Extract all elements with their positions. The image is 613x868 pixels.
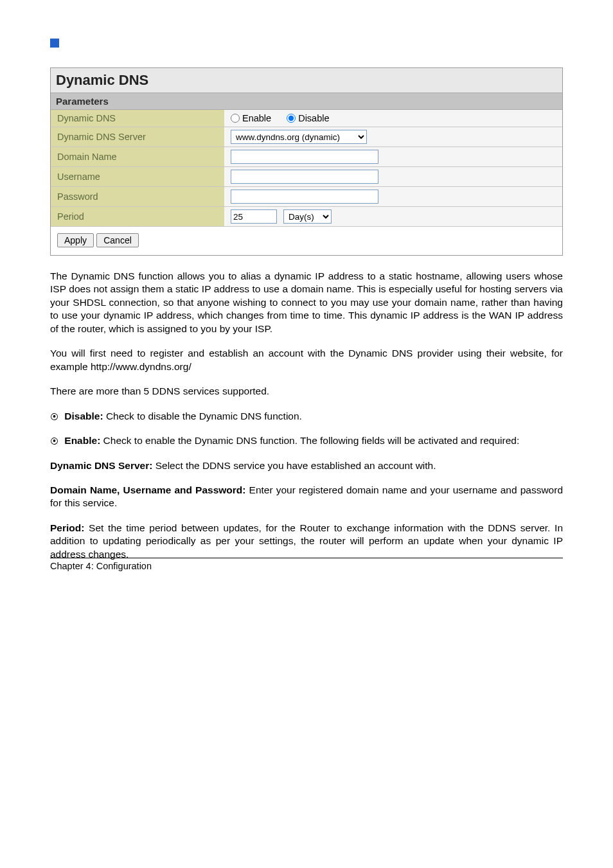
dynamic-dns-panel: Dynamic DNS Parameters Dynamic DNS Enabl… — [50, 67, 563, 256]
paragraph-register: You will first need to register and esta… — [50, 347, 563, 373]
value-server: www.dyndns.org (dynamic) — [224, 127, 562, 146]
label-domain: Domain Name — [51, 147, 224, 166]
input-password[interactable] — [231, 190, 378, 204]
value-password — [224, 187, 562, 206]
text-enable: Check to enable the Dynamic DNS function… — [103, 435, 520, 446]
value-username — [224, 167, 562, 186]
label-enable: Enable: — [64, 435, 103, 446]
cancel-button[interactable]: Cancel — [96, 233, 139, 247]
row-password: Password — [51, 187, 562, 207]
row-period: Period Day(s) — [51, 207, 562, 227]
bullet-icon: ⦿ — [50, 436, 62, 447]
input-period[interactable] — [231, 209, 277, 224]
label-username: Username — [51, 167, 224, 186]
label-credentials: Domain Name, Username and Password: — [50, 484, 249, 495]
radio-disable[interactable] — [287, 114, 296, 123]
text-period-desc: Set the time period between updates, for… — [50, 522, 563, 560]
radio-enable[interactable] — [231, 114, 240, 123]
label-server: Dynamic DNS Server — [51, 127, 224, 146]
label-password: Password — [51, 187, 224, 206]
button-row: Apply Cancel — [51, 227, 562, 255]
text-disable: Check to disable the Dynamic DNS functio… — [106, 411, 302, 421]
label-server-desc: Dynamic DNS Server: — [50, 460, 155, 471]
label-period-desc: Period: — [50, 522, 89, 533]
paragraph-credentials: Domain Name, Username and Password: Ente… — [50, 484, 563, 510]
input-username[interactable] — [231, 170, 378, 184]
page-footer: Chapter 4: Configuration — [50, 558, 563, 571]
row-dynamic-dns: Dynamic DNS Enable Disable — [51, 110, 562, 127]
section-marker — [50, 39, 59, 48]
paragraph-server: Dynamic DNS Server: Select the DDNS serv… — [50, 459, 563, 472]
row-username: Username — [51, 167, 562, 187]
label-disable: Disable: — [64, 411, 106, 421]
apply-button[interactable]: Apply — [57, 233, 94, 247]
radio-disable-wrap[interactable]: Disable — [287, 113, 329, 123]
value-period: Day(s) — [224, 207, 562, 226]
paragraph-period: Period: Set the time period between upda… — [50, 522, 563, 561]
panel-title: Dynamic DNS — [51, 68, 562, 93]
paragraph-intro: The Dynamic DNS function allows you to a… — [50, 270, 563, 335]
select-period-unit[interactable]: Day(s) — [283, 209, 332, 224]
paragraph-supported: There are more than 5 DDNS services supp… — [50, 385, 563, 398]
input-domain[interactable] — [231, 150, 378, 164]
row-domain: Domain Name — [51, 147, 562, 167]
parameters-header: Parameters — [51, 93, 562, 110]
select-server[interactable]: www.dyndns.org (dynamic) — [231, 130, 367, 144]
value-domain — [224, 147, 562, 166]
paragraph-enable: ⦿ Enable: Check to enable the Dynamic DN… — [50, 434, 563, 447]
row-server: Dynamic DNS Server www.dyndns.org (dynam… — [51, 127, 562, 147]
value-dynamic-dns: Enable Disable — [224, 110, 562, 127]
text-server-desc: Select the DDNS service you have establi… — [155, 460, 436, 471]
radio-disable-label: Disable — [298, 113, 329, 123]
radio-enable-wrap[interactable]: Enable — [231, 113, 271, 123]
label-dynamic-dns: Dynamic DNS — [51, 110, 224, 127]
label-period: Period — [51, 207, 224, 226]
paragraph-disable: ⦿ Disable: Check to disable the Dynamic … — [50, 410, 563, 423]
bullet-icon: ⦿ — [50, 411, 62, 422]
radio-enable-label: Enable — [242, 113, 271, 123]
